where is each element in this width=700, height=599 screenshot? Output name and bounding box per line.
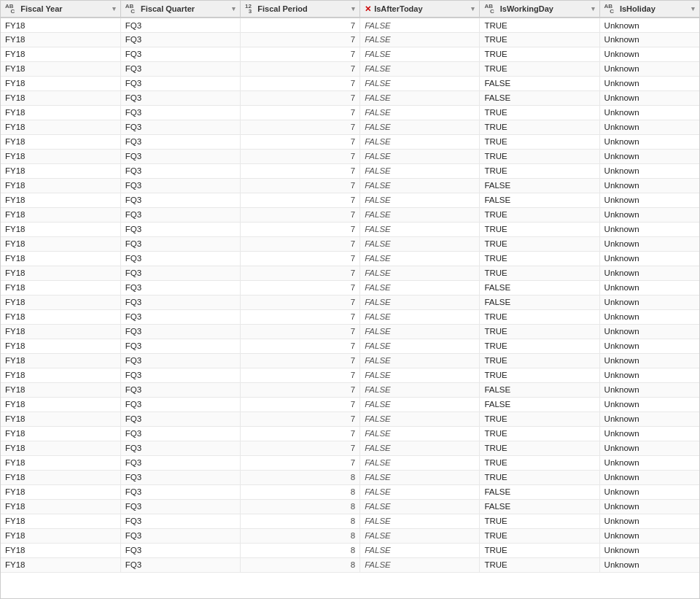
cell-r16-c0: FY18 [1, 251, 120, 266]
column-header-is-working-day[interactable]: ABC IsWorkingDay ▾ [480, 1, 599, 18]
column-header-is-after-today[interactable]: ✕ IsAfterToday ▾ [360, 1, 480, 18]
cell-r23-c5: Unknown [599, 353, 699, 368]
table-row: FY18FQ37FALSETRUEUnknown [1, 47, 699, 61]
table-row: FY18FQ37FALSEFALSEUnknown [1, 193, 699, 207]
cell-r2-c3: FALSE [360, 47, 480, 61]
cell-r1-c3: FALSE [360, 32, 480, 47]
cell-r16-c4: TRUE [480, 251, 599, 266]
cell-r32-c2: 8 [240, 484, 359, 499]
cell-r28-c4: TRUE [480, 426, 599, 441]
cell-r26-c1: FQ3 [120, 397, 240, 411]
cell-r23-c3: FALSE [360, 353, 480, 368]
cell-r32-c4: FALSE [480, 484, 599, 499]
cell-r26-c3: FALSE [360, 397, 480, 411]
cell-r4-c0: FY18 [1, 76, 120, 90]
column-header-fiscal-quarter[interactable]: ABC Fiscal Quarter ▾ [120, 1, 240, 18]
cell-r0-c3: FALSE [360, 18, 480, 32]
cell-r19-c3: FALSE [360, 295, 480, 309]
cell-r33-c1: FQ3 [120, 499, 240, 514]
cell-r24-c4: TRUE [480, 368, 599, 382]
cell-r31-c2: 8 [240, 470, 359, 484]
filter-icon-is-after-today[interactable]: ▾ [471, 5, 475, 12]
cell-r10-c5: Unknown [599, 163, 699, 178]
cell-r15-c3: FALSE [360, 236, 480, 251]
cell-r35-c5: Unknown [599, 528, 699, 543]
cell-r30-c1: FQ3 [120, 455, 240, 470]
cell-r33-c4: FALSE [480, 499, 599, 514]
cell-r11-c2: 7 [240, 178, 359, 193]
table-row: FY18FQ37FALSETRUEUnknown [1, 339, 699, 353]
cell-r0-c1: FQ3 [120, 18, 240, 32]
cell-r36-c3: FALSE [360, 543, 480, 557]
table-row: FY18FQ37FALSETRUEUnknown [1, 368, 699, 382]
table-row: FY18FQ37FALSETRUEUnknown [1, 455, 699, 470]
cell-r27-c2: 7 [240, 411, 359, 426]
cell-r36-c5: Unknown [599, 543, 699, 557]
table-row: FY18FQ38FALSEFALSEUnknown [1, 499, 699, 514]
filter-icon-fiscal-quarter[interactable]: ▾ [232, 5, 236, 12]
column-label-is-after-today: IsAfterToday [374, 4, 468, 13]
cell-r10-c0: FY18 [1, 163, 120, 178]
cell-r21-c1: FQ3 [120, 324, 240, 339]
cell-r29-c2: 7 [240, 441, 359, 455]
column-header-is-holiday[interactable]: ABC IsHoliday ▾ [599, 1, 699, 18]
filter-icon-fiscal-period[interactable]: ▾ [351, 5, 355, 12]
cell-r20-c4: TRUE [480, 309, 599, 324]
cell-r23-c2: 7 [240, 353, 359, 368]
cell-r27-c1: FQ3 [120, 411, 240, 426]
column-header-fiscal-period[interactable]: 123 Fiscal Period ▾ [240, 1, 359, 18]
cell-r20-c2: 7 [240, 309, 359, 324]
cell-r10-c2: 7 [240, 163, 359, 178]
cell-r7-c3: FALSE [360, 120, 480, 134]
table-row: FY18FQ37FALSETRUEUnknown [1, 163, 699, 178]
cell-r24-c1: FQ3 [120, 368, 240, 382]
filter-icon-is-working-day[interactable]: ▾ [591, 5, 595, 12]
table-row: FY18FQ38FALSETRUEUnknown [1, 557, 699, 572]
cell-r25-c4: FALSE [480, 382, 599, 397]
cell-r18-c1: FQ3 [120, 280, 240, 295]
table-row: FY18FQ38FALSETRUEUnknown [1, 514, 699, 528]
cell-r15-c5: Unknown [599, 236, 699, 251]
cell-r24-c5: Unknown [599, 368, 699, 382]
cell-r27-c3: FALSE [360, 411, 480, 426]
cell-r9-c4: TRUE [480, 149, 599, 163]
cell-r7-c2: 7 [240, 120, 359, 134]
cell-r3-c3: FALSE [360, 61, 480, 76]
column-header-fiscal-year[interactable]: ABC Fiscal Year ▾ [1, 1, 120, 18]
cell-r6-c3: FALSE [360, 105, 480, 120]
cell-r12-c2: 7 [240, 193, 359, 207]
column-label-fiscal-year: Fiscal Year [20, 4, 109, 13]
table-row: FY18FQ38FALSETRUEUnknown [1, 528, 699, 543]
cell-r25-c3: FALSE [360, 382, 480, 397]
cell-r35-c0: FY18 [1, 528, 120, 543]
cell-r13-c1: FQ3 [120, 207, 240, 222]
filter-icon-is-holiday[interactable]: ▾ [691, 5, 695, 12]
cell-r29-c0: FY18 [1, 441, 120, 455]
cell-r2-c1: FQ3 [120, 47, 240, 61]
cell-r24-c2: 7 [240, 368, 359, 382]
cell-r34-c5: Unknown [599, 514, 699, 528]
cell-r3-c1: FQ3 [120, 61, 240, 76]
cell-r31-c3: FALSE [360, 470, 480, 484]
cell-r14-c4: TRUE [480, 222, 599, 236]
cell-r9-c0: FY18 [1, 149, 120, 163]
cell-r9-c1: FQ3 [120, 149, 240, 163]
cell-r31-c0: FY18 [1, 470, 120, 484]
cell-r3-c2: 7 [240, 61, 359, 76]
cell-r14-c1: FQ3 [120, 222, 240, 236]
cell-r31-c1: FQ3 [120, 470, 240, 484]
cell-r26-c5: Unknown [599, 397, 699, 411]
table-row: FY18FQ37FALSETRUEUnknown [1, 251, 699, 266]
cell-r21-c4: TRUE [480, 324, 599, 339]
table-row: FY18FQ37FALSETRUEUnknown [1, 149, 699, 163]
cell-r12-c4: FALSE [480, 193, 599, 207]
cell-r17-c3: FALSE [360, 266, 480, 280]
cell-r33-c5: Unknown [599, 499, 699, 514]
cell-r24-c0: FY18 [1, 368, 120, 382]
cell-r15-c1: FQ3 [120, 236, 240, 251]
cell-r12-c0: FY18 [1, 193, 120, 207]
fiscal-year-type-icon: ABC [5, 3, 18, 15]
filter-icon-fiscal-year[interactable]: ▾ [112, 5, 116, 12]
cell-r6-c0: FY18 [1, 105, 120, 120]
cell-r0-c2: 7 [240, 18, 359, 32]
